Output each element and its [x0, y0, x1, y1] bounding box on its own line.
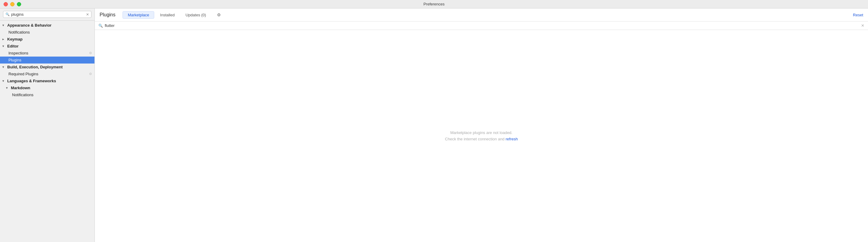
chevron-down-icon: ▾ — [2, 45, 6, 48]
tab-marketplace-label: Marketplace — [128, 13, 149, 17]
gear-button[interactable]: ⚙ — [214, 11, 224, 19]
window-controls — [4, 2, 21, 6]
sidebar-section-label: Editor — [7, 44, 19, 48]
tab-updates[interactable]: Updates (0) — [181, 11, 211, 19]
tab-installed[interactable]: Installed — [155, 11, 180, 19]
sidebar-section-label: Appearance & Behavior — [7, 23, 52, 28]
sidebar-item-languages-frameworks[interactable]: ▾ Languages & Frameworks — [0, 77, 94, 84]
sidebar-item-keymap[interactable]: ▸ Keymap — [0, 36, 94, 43]
empty-state-line2: Check the internet connection and refres… — [445, 136, 518, 142]
empty-state-line2-prefix: Check the internet connection and — [445, 137, 505, 141]
content-top-bar: Plugins Marketplace Installed Updates (0… — [95, 8, 868, 21]
refresh-link[interactable]: refresh — [505, 137, 518, 141]
window-title: Preferences — [424, 2, 444, 6]
tab-marketplace[interactable]: Marketplace — [123, 11, 154, 19]
sidebar-item-appearance-behavior[interactable]: ▾ Appearance & Behavior — [0, 22, 94, 29]
chevron-right-icon: ▸ — [2, 37, 6, 41]
sidebar-search-input[interactable] — [11, 12, 85, 17]
settings-icon: ⚙ — [89, 51, 92, 55]
chevron-down-icon: ▾ — [2, 79, 6, 83]
empty-state-line1: Marketplace plugins are not loaded. — [445, 130, 518, 136]
content-area: Plugins Marketplace Installed Updates (0… — [95, 8, 868, 242]
main-container: 🔍 ✕ ▾ Appearance & Behavior Notification… — [0, 8, 868, 242]
sidebar-item-plugins[interactable]: Plugins — [0, 57, 94, 63]
sidebar-item-label: Inspections — [8, 51, 28, 55]
sidebar-item-label: Plugins — [8, 58, 22, 62]
sidebar-item-required-plugins[interactable]: Required Plugins ⚙ — [0, 71, 94, 77]
tabs-container: Marketplace Installed Updates (0) ⚙ — [123, 11, 223, 19]
sidebar-item-notifications-md[interactable]: Notifications — [0, 91, 94, 98]
sidebar-item-build-execution-deployment[interactable]: ▾ Build, Execution, Deployment — [0, 63, 94, 71]
search-input-wrapper[interactable]: 🔍 ✕ — [3, 11, 91, 18]
content-body: Marketplace plugins are not loaded. Chec… — [95, 30, 868, 242]
tab-installed-label: Installed — [160, 13, 175, 17]
sidebar-item-markdown[interactable]: ▾ Markdown — [0, 84, 94, 91]
sidebar-item-inspections[interactable]: Inspections ⚙ — [0, 50, 94, 57]
close-button[interactable] — [4, 2, 8, 6]
sidebar-section-label: Languages & Frameworks — [7, 79, 56, 83]
sidebar-item-notifications-ab[interactable]: Notifications — [0, 29, 94, 36]
plugin-search-value: flutter — [105, 23, 859, 28]
reset-button[interactable]: Reset — [853, 13, 863, 17]
sidebar-item-label: Notifications — [8, 30, 30, 34]
minimize-button[interactable] — [10, 2, 14, 6]
maximize-button[interactable] — [17, 2, 21, 6]
sidebar-item-label: Notifications — [12, 92, 33, 97]
search-clear-button[interactable]: ✕ — [86, 13, 89, 16]
sidebar-content: ▾ Appearance & Behavior Notifications ▸ … — [0, 21, 94, 242]
sidebar-search-bar: 🔍 ✕ — [0, 8, 94, 21]
sidebar-item-editor[interactable]: ▾ Editor — [0, 43, 94, 50]
sidebar-section-label: Keymap — [7, 37, 23, 42]
sidebar-section-label: Build, Execution, Deployment — [7, 65, 62, 69]
search-icon: 🔍 — [5, 12, 10, 16]
settings-icon: ⚙ — [89, 72, 92, 76]
empty-state-message: Marketplace plugins are not loaded. Chec… — [445, 130, 518, 142]
chevron-down-icon: ▾ — [2, 65, 6, 69]
chevron-down-icon: ▾ — [2, 24, 6, 27]
title-bar: Preferences — [0, 0, 868, 8]
content-header: Plugins Marketplace Installed Updates (0… — [95, 8, 868, 22]
plugin-search-icon: 🔍 — [98, 24, 103, 28]
plugin-search-bar: 🔍 flutter ✕ — [95, 22, 868, 30]
content-title: Plugins — [100, 12, 115, 18]
plugin-search-clear-button[interactable]: ✕ — [861, 23, 864, 28]
chevron-down-icon: ▾ — [6, 86, 10, 89]
sidebar-item-label: Required Plugins — [8, 72, 38, 76]
sidebar-section-label: Markdown — [11, 86, 30, 90]
sidebar: 🔍 ✕ ▾ Appearance & Behavior Notification… — [0, 8, 95, 242]
tab-updates-label: Updates (0) — [186, 13, 206, 17]
